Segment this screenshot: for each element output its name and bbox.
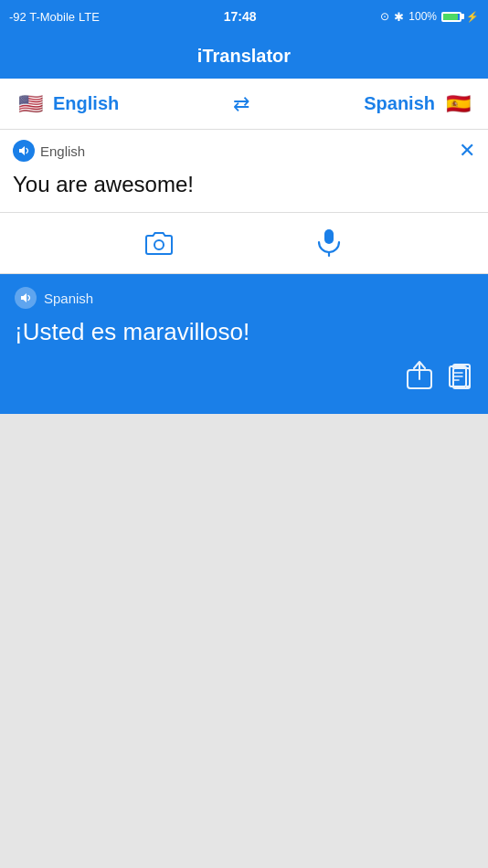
source-lang-row: English ✕ [13, 139, 475, 163]
swap-icon: ⇄ [233, 92, 249, 116]
target-lang-text: Spanish [44, 291, 93, 306]
location-icon: ⊙ [380, 10, 389, 23]
svg-rect-4 [453, 368, 470, 388]
svg-point-0 [154, 240, 164, 249]
target-flag: 🇪🇸 [442, 89, 473, 120]
translation-output-area: Spanish ¡Usted es maravilloso! [0, 274, 488, 414]
source-input-text[interactable]: You are awesome! [13, 168, 475, 206]
target-language-selector[interactable]: Spanish 🇪🇸 [364, 89, 473, 120]
share-button[interactable] [406, 361, 433, 396]
battery-percent: 100% [408, 10, 437, 23]
clear-input-button[interactable]: ✕ [459, 139, 475, 163]
microphone-button[interactable] [313, 226, 345, 259]
source-lang-label[interactable]: English [13, 140, 85, 162]
battery-icon [441, 12, 461, 22]
source-language-selector[interactable]: 🇺🇸 English [15, 89, 119, 120]
copy-button[interactable] [446, 361, 473, 396]
translation-actions [15, 361, 473, 396]
language-bar: 🇺🇸 English ⇄ Spanish 🇪🇸 [0, 79, 488, 130]
source-speaker-icon[interactable] [13, 140, 35, 162]
source-lang-text: English [40, 143, 85, 159]
carrier-text: -92 T-Mobile [9, 10, 75, 24]
source-input-area[interactable]: English ✕ You are awesome! [0, 130, 488, 213]
status-bar-right: ⊙ ✱ 100% ⚡ [380, 10, 479, 24]
target-speaker-icon[interactable] [15, 287, 37, 309]
status-bar: -92 T-Mobile LTE 17:48 ⊙ ✱ 100% ⚡ [0, 0, 488, 33]
nav-bar: iTranslator [0, 33, 488, 79]
bottom-empty-area [0, 414, 488, 868]
target-language-name: Spanish [364, 93, 435, 114]
svg-rect-1 [324, 229, 334, 244]
action-row [0, 213, 488, 274]
camera-button[interactable] [143, 226, 175, 259]
trans-lang-row: Spanish [15, 287, 473, 309]
charging-icon: ⚡ [466, 11, 479, 23]
bluetooth-icon: ✱ [394, 10, 404, 24]
source-language-name: English [53, 93, 119, 114]
status-bar-left: -92 T-Mobile LTE [9, 10, 100, 24]
status-bar-time: 17:48 [224, 9, 257, 24]
swap-languages-button[interactable]: ⇄ [233, 92, 249, 116]
network-type: LTE [79, 10, 100, 24]
source-flag: 🇺🇸 [15, 89, 46, 120]
app-title: iTranslator [197, 46, 291, 67]
translated-text: ¡Usted es maravilloso! [15, 318, 473, 346]
